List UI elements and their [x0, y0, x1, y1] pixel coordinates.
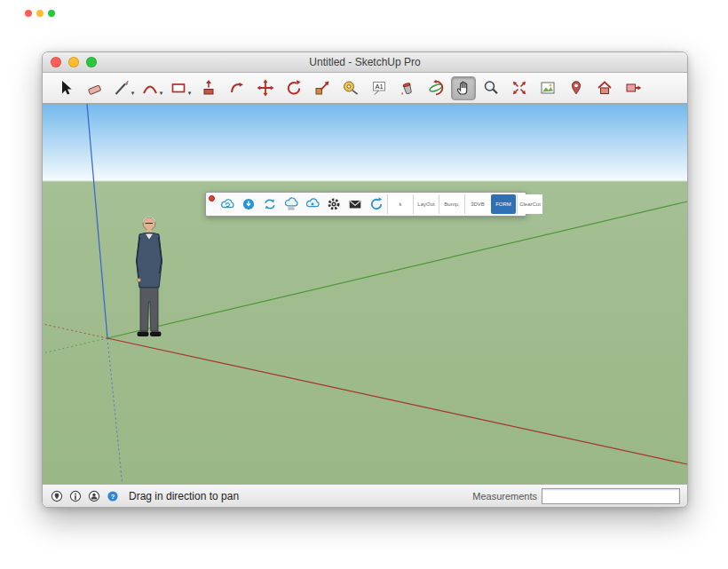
- text-icon: A1: [370, 79, 388, 97]
- tool-move-button[interactable]: [252, 76, 279, 100]
- tool-push-pull-button[interactable]: [195, 76, 222, 100]
- tool-zoom-button[interactable]: [478, 76, 504, 100]
- palette-badge-6-button[interactable]: ClearCut: [517, 194, 542, 214]
- scale-figure[interactable]: [137, 217, 162, 336]
- drawing-viewport[interactable]: kLayOutBump.3DVBFORMClearCut: [43, 104, 687, 484]
- traffic-lights: [51, 57, 97, 67]
- tool-paint-bucket-button[interactable]: [394, 76, 421, 100]
- sign-in-icon[interactable]: [87, 489, 101, 503]
- tool-select-button[interactable]: [53, 76, 80, 100]
- geolocation-icon[interactable]: [50, 489, 64, 503]
- zoom-button[interactable]: [86, 57, 97, 67]
- tool-get-models-button[interactable]: [591, 76, 618, 100]
- title-bar[interactable]: Untitled - SketchUp Pro: [43, 52, 687, 73]
- add-location-icon: [567, 79, 585, 97]
- arc-icon: [141, 79, 159, 97]
- scale-icon: [313, 79, 331, 97]
- zoom-icon: [482, 79, 500, 97]
- tool-scale-button[interactable]: [309, 76, 336, 100]
- tool-text-button[interactable]: A1: [366, 76, 392, 100]
- status-hint: Drag in direction to pan: [129, 490, 239, 502]
- palette-badge-4-button[interactable]: 3DVB: [464, 194, 490, 214]
- status-bar: ? Drag in direction to pan Measurements: [43, 484, 687, 507]
- tape-measure-icon: [342, 79, 360, 97]
- line-icon: [113, 79, 131, 97]
- share-model-icon: [624, 79, 642, 97]
- tool-zoom-extents-button[interactable]: [506, 76, 533, 100]
- cloud-list-icon[interactable]: [281, 194, 301, 214]
- measurements-label: Measurements: [472, 491, 537, 502]
- model-info-icon[interactable]: [68, 489, 83, 503]
- match-photo-icon: [539, 79, 557, 97]
- palette-badge-3-button[interactable]: Bump.: [439, 194, 464, 214]
- follow-me-icon: [228, 79, 246, 97]
- minimize-button[interactable]: [68, 57, 79, 67]
- get-models-icon: [596, 79, 613, 97]
- move-icon: [257, 79, 274, 97]
- tool-pan-button[interactable]: [451, 76, 476, 100]
- arc-dropdown-caret-icon[interactable]: ▾: [160, 90, 163, 100]
- circle-download-icon[interactable]: [239, 194, 258, 214]
- tool-match-photo-button[interactable]: [534, 76, 561, 100]
- cloud-sync-icon[interactable]: [218, 194, 237, 214]
- outer-traffic-lights: [25, 10, 55, 17]
- toolbar: ▾▾▾A1: [43, 73, 687, 104]
- push-pull-icon: [200, 79, 218, 97]
- refresh-circle-icon[interactable]: [367, 194, 386, 214]
- tool-eraser-button[interactable]: [82, 76, 108, 100]
- tool-line-button[interactable]: ▾: [110, 76, 137, 100]
- cloud-eye-icon[interactable]: [303, 194, 322, 214]
- drawing-axes: [43, 104, 687, 484]
- tool-tape-measure-button[interactable]: [337, 76, 364, 100]
- help-icon[interactable]: ?: [106, 489, 120, 503]
- outer-close-button[interactable]: [25, 10, 32, 17]
- status-icons: ?: [50, 489, 120, 503]
- palette-badge-5-button[interactable]: FORM: [491, 194, 516, 214]
- tool-follow-me-button[interactable]: [224, 76, 250, 100]
- paint-bucket-icon: [399, 79, 416, 97]
- close-button[interactable]: [51, 57, 61, 67]
- measurements-area: Measurements: [472, 488, 680, 504]
- orbit-icon: [427, 79, 445, 97]
- envelope-icon[interactable]: [345, 194, 365, 214]
- model-scene: [43, 104, 687, 484]
- screenshot-canvas: Untitled - SketchUp Pro ▾▾▾A1: [0, 0, 728, 569]
- tool-share-model-button[interactable]: [620, 76, 646, 100]
- tool-orbit-button[interactable]: [423, 76, 449, 100]
- outer-minimize-button[interactable]: [36, 10, 44, 17]
- eraser-icon: [86, 79, 104, 97]
- rotate-icon: [285, 79, 303, 97]
- tool-arc-button[interactable]: ▾: [138, 76, 165, 100]
- palette-badge-2-button[interactable]: LayOut: [413, 194, 439, 214]
- zoom-extents-icon: [510, 79, 528, 97]
- measurements-input[interactable]: [542, 488, 680, 504]
- pan-icon: [455, 79, 472, 97]
- svg-text:?: ?: [111, 492, 115, 500]
- tool-rotate-button[interactable]: [281, 76, 307, 100]
- palette-badge-1-button[interactable]: k: [387, 194, 413, 214]
- tool-shapes-button[interactable]: ▾: [167, 76, 194, 100]
- outer-zoom-button[interactable]: [48, 10, 55, 17]
- sync-arrows-icon[interactable]: [260, 194, 280, 214]
- svg-text:A1: A1: [375, 83, 383, 91]
- sketchup-window: Untitled - SketchUp Pro ▾▾▾A1: [42, 51, 688, 508]
- palette-close-button[interactable]: [209, 195, 215, 202]
- tool-add-location-button[interactable]: [563, 76, 590, 100]
- extensions-palette[interactable]: kLayOutBump.3DVBFORMClearCut: [205, 192, 526, 217]
- select-icon: [58, 79, 75, 97]
- palette-items: kLayOutBump.3DVBFORMClearCut: [217, 193, 542, 216]
- shapes-icon: [170, 79, 187, 97]
- shapes-dropdown-caret-icon[interactable]: ▾: [188, 90, 192, 100]
- gear-icon[interactable]: [324, 194, 344, 214]
- line-dropdown-caret-icon[interactable]: ▾: [131, 90, 135, 100]
- window-title: Untitled - SketchUp Pro: [309, 56, 420, 68]
